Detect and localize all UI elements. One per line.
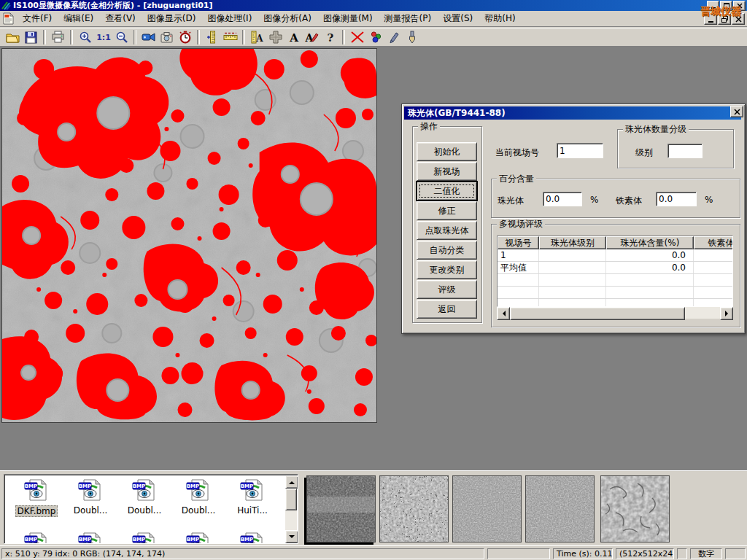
snapshot-button[interactable] — [158, 28, 176, 46]
file-name[interactable]: Doubl... — [126, 505, 163, 516]
file-item[interactable]: HuiTi... — [226, 478, 279, 516]
text-tool-button[interactable]: A — [285, 28, 303, 46]
phase-color-tool-button[interactable] — [366, 28, 384, 46]
bmp-file-icon — [132, 478, 157, 502]
scrollbar-thumb[interactable] — [510, 307, 685, 320]
ruler-button[interactable] — [221, 28, 239, 46]
menu-edit[interactable]: 编辑(E) — [58, 10, 99, 27]
file-item[interactable]: DKF.bmp — [10, 478, 63, 517]
table-row[interactable] — [498, 274, 733, 287]
file-item[interactable]: Doubl... — [172, 478, 225, 516]
zoom-out-button[interactable] — [112, 28, 131, 46]
menu-settings[interactable]: 设置(S) — [437, 10, 479, 27]
binarize-button[interactable]: 二值化 — [417, 182, 477, 201]
file-name[interactable]: Doubl... — [180, 505, 217, 516]
bmp-file-icon — [24, 532, 49, 544]
scroll-left-button[interactable] — [497, 307, 510, 320]
annotate-tool-button[interactable]: A — [303, 28, 321, 46]
col-pearlite-content[interactable]: 珠光体含量(%) — [606, 236, 694, 249]
open-button[interactable] — [4, 28, 22, 46]
measure-text-button[interactable]: A — [248, 28, 266, 46]
table-row[interactable] — [498, 287, 733, 299]
micrograph-image[interactable] — [1, 48, 377, 423]
toolbar-separator — [43, 30, 46, 44]
return-button[interactable]: 返回 — [417, 300, 477, 319]
new-field-button[interactable]: 新视场 — [417, 162, 477, 181]
file-item[interactable] — [10, 532, 63, 544]
init-button[interactable]: 初始化 — [417, 142, 477, 161]
thumbnail-1[interactable] — [306, 475, 376, 542]
child-minimize-button[interactable] — [704, 13, 717, 25]
pick-pearlite-button[interactable]: 点取珠光体 — [417, 221, 477, 240]
video-camera-button[interactable] — [139, 28, 158, 46]
minimize-button[interactable] — [707, 1, 719, 11]
time-panel: Time (s): 0.113 — [553, 548, 613, 559]
pen-tool-button[interactable] — [384, 28, 403, 46]
file-item[interactable] — [172, 532, 225, 544]
timer-button[interactable] — [176, 28, 194, 46]
rating-table[interactable]: 视场号 珠光体级别 珠光体含量(%) 铁素体含量(%) 1 0.0 平均值 0.… — [497, 236, 733, 307]
menu-image-analysis[interactable]: 图像分析(A) — [258, 10, 317, 27]
menu-measure-report[interactable]: 测量报告(P) — [379, 10, 438, 27]
file-list[interactable]: DKF.bmp Doubl... Doubl... Doubl... HuiTi… — [4, 474, 298, 544]
file-item[interactable]: Doubl... — [64, 478, 117, 516]
col-pearlite-grade[interactable]: 珠光体级别 — [539, 236, 606, 249]
file-name[interactable]: DKF.bmp — [15, 505, 58, 517]
grade-input[interactable] — [667, 144, 703, 158]
current-field-input[interactable] — [557, 143, 603, 158]
scroll-down-button[interactable] — [285, 530, 298, 543]
grade-label: 级别 — [635, 147, 653, 159]
help-button[interactable]: ? — [321, 28, 339, 46]
col-ferrite-content[interactable]: 铁素体含量(%) — [694, 236, 733, 249]
grid-tool-button[interactable] — [266, 28, 285, 46]
menu-view[interactable]: 查看(V) — [99, 10, 142, 27]
table-row[interactable] — [498, 299, 733, 307]
table-horizontal-scrollbar[interactable] — [497, 307, 733, 319]
operation-group-label: 操作 — [418, 121, 440, 131]
dialog-close-button[interactable] — [730, 106, 743, 117]
change-class-button[interactable]: 更改类别 — [417, 260, 477, 279]
file-item[interactable]: Doubl... — [118, 478, 171, 516]
file-name[interactable]: Doubl... — [72, 505, 109, 516]
auto-classify-button[interactable]: 自动分类 — [417, 241, 477, 260]
correct-button[interactable]: 修正 — [417, 201, 477, 220]
thumbnail-5[interactable] — [600, 475, 670, 542]
scrollbar-thumb[interactable] — [285, 489, 297, 510]
scroll-right-button[interactable] — [720, 307, 733, 320]
actual-size-button[interactable]: 1:1 — [94, 28, 112, 46]
thumbnail-2[interactable] — [379, 475, 449, 542]
menu-image-processing[interactable]: 图像处理(I) — [201, 10, 258, 27]
app-icon — [1, 1, 11, 10]
maximize-button[interactable] — [720, 1, 732, 11]
grade-button[interactable]: 评级 — [417, 280, 477, 299]
caliper-button[interactable] — [203, 28, 221, 46]
pearlite-percent-input[interactable] — [543, 192, 582, 206]
menu-help[interactable]: 帮助(H) — [479, 10, 521, 27]
print-button[interactable] — [49, 28, 67, 46]
table-row[interactable]: 平均值 0.0 — [498, 262, 733, 274]
file-list-scrollbar[interactable] — [285, 475, 297, 543]
menu-image-display[interactable]: 图像显示(D) — [142, 10, 202, 27]
close-button[interactable] — [733, 1, 746, 11]
brush-tool-button[interactable] — [403, 28, 421, 46]
menu-image-measure[interactable]: 图像测量(M) — [317, 10, 379, 27]
file-item[interactable] — [226, 532, 279, 544]
file-item[interactable] — [118, 532, 171, 544]
dialog-title-bar[interactable]: 珠光体(GB/T9441-88) — [404, 106, 741, 120]
child-window-controls — [704, 13, 745, 25]
thumbnail-3[interactable] — [452, 475, 522, 542]
toolbar-separator — [133, 30, 136, 44]
scroll-up-button[interactable] — [285, 475, 298, 489]
child-close-button[interactable] — [732, 13, 745, 25]
table-row[interactable]: 1 0.0 — [498, 249, 733, 262]
ferrite-percent-input[interactable] — [656, 192, 697, 206]
menu-file[interactable]: 文件(F) — [17, 10, 58, 27]
child-restore-button[interactable] — [718, 13, 731, 25]
file-item[interactable] — [64, 532, 117, 544]
col-field-no[interactable]: 视场号 — [498, 236, 539, 249]
file-name[interactable]: HuiTi... — [236, 505, 269, 516]
zoom-in-button[interactable] — [76, 28, 94, 46]
save-button[interactable] — [22, 28, 40, 46]
curve-tool-button[interactable] — [348, 28, 366, 46]
thumbnail-4[interactable] — [525, 475, 595, 542]
